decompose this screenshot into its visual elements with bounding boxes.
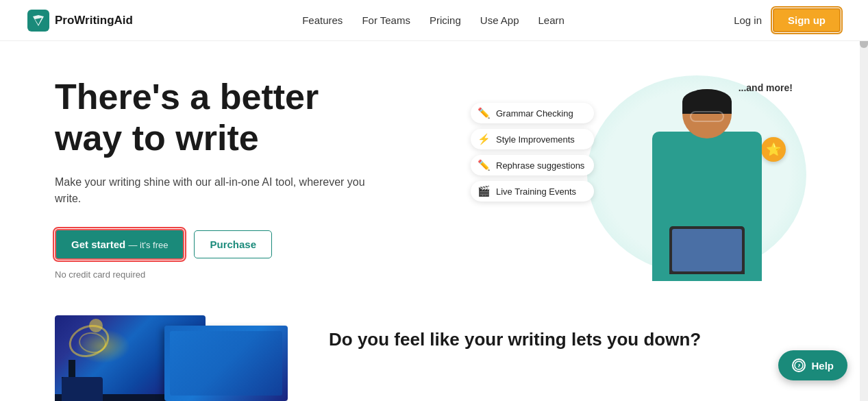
lower-heading: Do you feel like your writing lets you d… <box>329 329 813 350</box>
second-artwork <box>164 326 288 401</box>
logo-link[interactable]: ProWritingAid <box>27 10 133 32</box>
nav-actions: Log in Sign up <box>734 8 841 32</box>
hero-buttons: Get started — it's free Purchase <box>55 229 384 260</box>
feature-pill-grammar: ✏️ Grammar Checking <box>471 103 594 123</box>
feature-pill-style: ⚡ Style Improvements <box>471 129 594 149</box>
brand-name: ProWritingAid <box>55 14 133 27</box>
hero-right: ...and more! ⭐ ✏️ <box>471 69 813 288</box>
nav-learn[interactable]: Learn <box>538 14 565 26</box>
person-figure <box>638 89 776 281</box>
rephrase-icon: ✏️ <box>478 159 491 171</box>
nav-for-teams[interactable]: For Teams <box>362 14 410 26</box>
person-glasses <box>690 111 724 122</box>
feature-pill-rephrase: ✏️ Rephrase suggestions <box>471 155 594 175</box>
help-icon <box>792 359 806 372</box>
hero-title: There's a better way to write <box>55 77 384 159</box>
signup-button[interactable]: Sign up <box>773 8 841 32</box>
navbar: ProWritingAid Features For Teams Pricing… <box>0 0 868 41</box>
building-spire <box>69 360 75 377</box>
nav-links: Features For Teams Pricing Use App Learn <box>302 14 565 27</box>
svg-point-1 <box>795 361 803 369</box>
nav-features[interactable]: Features <box>302 14 343 26</box>
second-artwork-overlay <box>170 331 282 396</box>
feature-pill-training: 🎬 Live Training Events <box>471 181 594 202</box>
style-icon: ⚡ <box>478 133 491 145</box>
hero-subtitle: Make your writing shine with our all-in-… <box>55 174 384 207</box>
feature-pills: ✏️ Grammar Checking ⚡ Style Improvements… <box>471 103 594 202</box>
building-dark <box>62 377 82 401</box>
lower-text: Do you feel like your writing lets you d… <box>329 315 813 350</box>
nav-pricing[interactable]: Pricing <box>430 14 461 26</box>
hero-section: There's a better way to write Make your … <box>0 41 868 302</box>
star-badge: ⭐ <box>761 137 786 162</box>
laptop-body <box>669 226 745 274</box>
lower-section: Do you feel like your writing lets you d… <box>0 302 868 401</box>
get-started-button[interactable]: Get started — it's free <box>55 229 184 260</box>
help-label: Help <box>811 360 834 372</box>
scrollbar[interactable] <box>860 0 868 401</box>
nav-use-app[interactable]: Use App <box>480 14 519 26</box>
login-link[interactable]: Log in <box>734 14 762 26</box>
grammar-icon: ✏️ <box>478 107 491 119</box>
laptop-screen <box>672 229 742 271</box>
hero-left: There's a better way to write Make your … <box>55 77 384 280</box>
purchase-button[interactable]: Purchase <box>194 230 272 258</box>
logo-icon <box>27 10 49 32</box>
person-hair <box>682 89 732 114</box>
lower-image-container <box>55 315 288 401</box>
hero-illustration: ...and more! ⭐ ✏️ <box>471 69 813 288</box>
training-icon: 🎬 <box>478 185 491 197</box>
no-credit-text: No credit card required <box>55 269 384 280</box>
star-spot <box>89 319 103 332</box>
help-button[interactable]: Help <box>778 350 847 380</box>
